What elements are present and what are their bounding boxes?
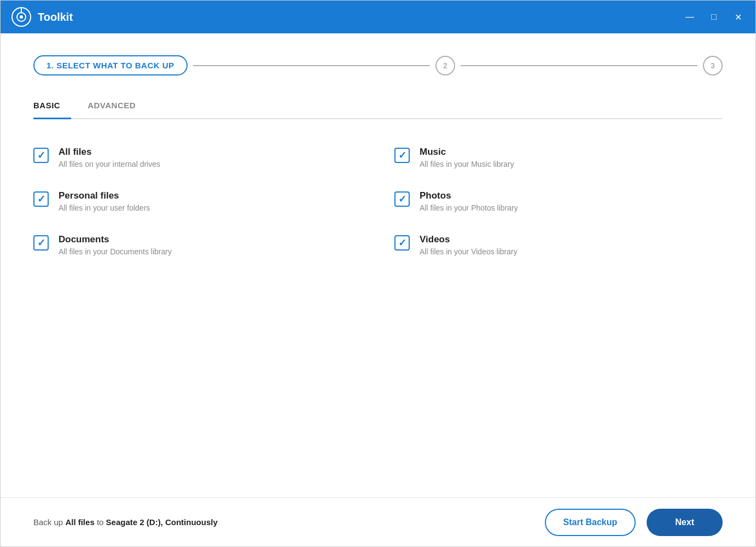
- main-content: 1. SELECT WHAT TO BACK UP 2 3 BASIC ADVA…: [1, 33, 755, 497]
- option-text-music: Music All files in your Music library: [420, 147, 514, 168]
- checkmark-music: ✓: [398, 150, 406, 160]
- option-text-videos: Videos All files in your Videos library: [420, 234, 517, 256]
- option-personal-files: ✓ Personal files All files in your user …: [33, 190, 362, 212]
- option-desc-documents: All files in your Documents library: [59, 247, 172, 256]
- option-title-documents: Documents: [59, 234, 172, 245]
- footer-buttons: Start Backup Next: [545, 509, 723, 536]
- option-all-files: ✓ All files All files on your internal d…: [33, 147, 362, 168]
- step-2[interactable]: 2: [435, 56, 455, 75]
- steps-row: 1. SELECT WHAT TO BACK UP 2 3: [33, 55, 723, 75]
- close-button[interactable]: ✕: [731, 10, 745, 24]
- tabs: BASIC ADVANCED: [33, 95, 723, 119]
- tab-advanced[interactable]: ADVANCED: [88, 95, 147, 119]
- maximize-button[interactable]: □: [707, 10, 720, 24]
- footer-highlight2: Seagate 2 (D:), Continuously: [106, 517, 218, 527]
- option-photos: ✓ Photos All files in your Photos librar…: [394, 190, 723, 212]
- app-logo: [11, 7, 31, 27]
- option-text-documents: Documents All files in your Documents li…: [59, 234, 172, 256]
- checkbox-photos[interactable]: ✓: [394, 191, 410, 207]
- option-title-music: Music: [420, 147, 514, 158]
- options-grid: ✓ All files All files on your internal d…: [33, 141, 723, 261]
- checkmark-personal-files: ✓: [37, 194, 45, 204]
- option-text-all-files: All files All files on your internal dri…: [59, 147, 160, 168]
- footer-highlight1: All files: [65, 517, 94, 527]
- option-text-photos: Photos All files in your Photos library: [420, 190, 518, 212]
- checkbox-all-files[interactable]: ✓: [33, 148, 49, 163]
- checkbox-music[interactable]: ✓: [394, 148, 410, 163]
- window-controls: — □ ✕: [683, 10, 745, 24]
- step-3[interactable]: 3: [703, 56, 723, 75]
- svg-point-2: [20, 15, 23, 19]
- option-title-videos: Videos: [420, 234, 517, 245]
- option-text-personal-files: Personal files All files in your user fo…: [59, 190, 150, 212]
- checkmark-documents: ✓: [37, 238, 45, 248]
- option-videos: ✓ Videos All files in your Videos librar…: [394, 234, 723, 256]
- step-line-1: [193, 65, 430, 66]
- option-title-personal-files: Personal files: [59, 190, 150, 201]
- checkmark-all-files: ✓: [37, 150, 45, 160]
- option-title-all-files: All files: [59, 147, 160, 158]
- checkbox-documents[interactable]: ✓: [33, 235, 49, 251]
- checkbox-videos[interactable]: ✓: [394, 235, 410, 251]
- checkmark-videos: ✓: [398, 238, 406, 248]
- checkmark-photos: ✓: [398, 194, 406, 204]
- option-desc-personal-files: All files in your user folders: [59, 203, 150, 212]
- tab-basic[interactable]: BASIC: [33, 95, 71, 119]
- step-1[interactable]: 1. SELECT WHAT TO BACK UP: [33, 55, 188, 75]
- next-button[interactable]: Next: [647, 509, 723, 536]
- option-music: ✓ Music All files in your Music library: [394, 147, 723, 168]
- option-desc-music: All files in your Music library: [420, 160, 514, 168]
- start-backup-button[interactable]: Start Backup: [545, 509, 636, 536]
- option-desc-videos: All files in your Videos library: [420, 247, 517, 256]
- checkbox-personal-files[interactable]: ✓: [33, 191, 49, 207]
- step-line-2: [461, 65, 697, 66]
- titlebar: Toolkit — □ ✕: [1, 1, 755, 33]
- footer-info: Back up All files to Seagate 2 (D:), Con…: [33, 517, 545, 527]
- app-title: Toolkit: [38, 11, 683, 24]
- app-window: Toolkit — □ ✕ 1. SELECT WHAT TO BACK UP …: [0, 0, 756, 547]
- footer: Back up All files to Seagate 2 (D:), Con…: [1, 497, 755, 546]
- minimize-button[interactable]: —: [683, 10, 696, 24]
- footer-middle: to: [95, 517, 106, 527]
- footer-prefix: Back up: [33, 517, 65, 527]
- option-title-photos: Photos: [420, 190, 518, 201]
- option-desc-photos: All files in your Photos library: [420, 203, 518, 212]
- option-documents: ✓ Documents All files in your Documents …: [33, 234, 362, 256]
- option-desc-all-files: All files on your internal drives: [59, 160, 160, 168]
